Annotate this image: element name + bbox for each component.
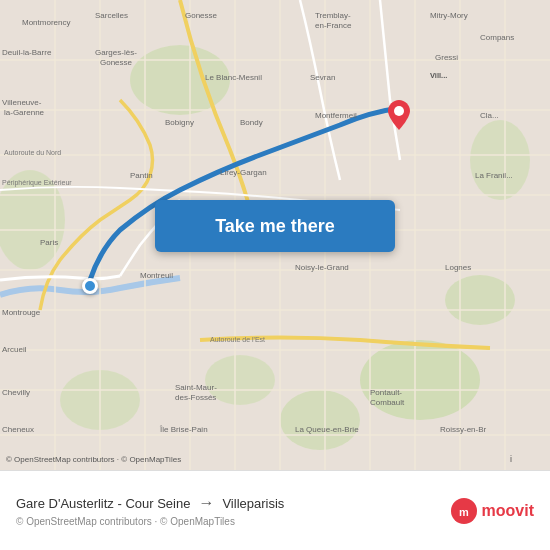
- svg-text:Montrouge: Montrouge: [2, 308, 41, 317]
- svg-text:Lognes: Lognes: [445, 263, 471, 272]
- svg-text:Cheneux: Cheneux: [2, 425, 34, 434]
- svg-text:Autoroute de l'Est: Autoroute de l'Est: [210, 336, 265, 343]
- svg-text:Villeneuve-: Villeneuve-: [2, 98, 42, 107]
- svg-text:Périphérique Extérieur: Périphérique Extérieur: [2, 179, 72, 187]
- svg-text:Montmorency: Montmorency: [22, 18, 70, 27]
- svg-text:Mitry-Mory: Mitry-Mory: [430, 11, 468, 20]
- svg-text:Pantin: Pantin: [130, 171, 153, 180]
- svg-text:des-Fossés: des-Fossés: [175, 393, 216, 402]
- svg-text:Noisy-le-Grand: Noisy-le-Grand: [295, 263, 349, 272]
- destination-marker: [388, 100, 410, 130]
- svg-text:Saint-Maur-: Saint-Maur-: [175, 383, 217, 392]
- svg-text:Sevran: Sevran: [310, 73, 335, 82]
- route-row: Gare D'Austerlitz - Cour Seine → Villepa…: [16, 494, 450, 512]
- svg-text:Montreuil: Montreuil: [140, 271, 173, 280]
- attribution-text: © OpenStreetMap contributors · © OpenMap…: [16, 516, 450, 527]
- footer: Gare D'Austerlitz - Cour Seine → Villepa…: [0, 470, 550, 550]
- svg-text:Bondy: Bondy: [240, 118, 263, 127]
- svg-text:Pontault-: Pontault-: [370, 388, 402, 397]
- route-info: Gare D'Austerlitz - Cour Seine → Villepa…: [16, 494, 450, 527]
- moovit-logo: m moovit: [450, 497, 534, 525]
- svg-text:Deuil-la-Barre: Deuil-la-Barre: [2, 48, 52, 57]
- svg-text:Gressi: Gressi: [435, 53, 458, 62]
- svg-text:Bobigny: Bobigny: [165, 118, 194, 127]
- svg-text:Chevilly: Chevilly: [2, 388, 30, 397]
- svg-text:Sarcelles: Sarcelles: [95, 11, 128, 20]
- svg-text:Cla...: Cla...: [480, 111, 499, 120]
- svg-text:Roissy-en-Br: Roissy-en-Br: [440, 425, 487, 434]
- svg-text:Gonesse: Gonesse: [100, 58, 133, 67]
- moovit-text: moovit: [482, 502, 534, 520]
- svg-text:Garges-lès-: Garges-lès-: [95, 48, 137, 57]
- svg-text:Autoroute du Nord: Autoroute du Nord: [4, 149, 61, 156]
- destination-label: Villeparisis: [222, 496, 284, 511]
- svg-text:La Queue-en-Brie: La Queue-en-Brie: [295, 425, 359, 434]
- moovit-icon: m: [450, 497, 478, 525]
- svg-text:© OpenStreetMap contributors ·: © OpenStreetMap contributors · © OpenMap…: [6, 455, 181, 464]
- svg-text:Paris: Paris: [40, 238, 58, 247]
- svg-text:Arcueil: Arcueil: [2, 345, 27, 354]
- svg-text:m: m: [459, 506, 469, 518]
- origin-label: Gare D'Austerlitz - Cour Seine: [16, 496, 190, 511]
- svg-point-6: [470, 120, 530, 200]
- svg-text:i: i: [510, 454, 512, 464]
- svg-text:Combault: Combault: [370, 398, 405, 407]
- svg-text:Le Blanc-Mesnil: Le Blanc-Mesnil: [205, 73, 262, 82]
- svg-text:Compans: Compans: [480, 33, 514, 42]
- svg-text:Montfermeil: Montfermeil: [315, 111, 357, 120]
- svg-text:Lirey-Gargan: Lirey-Gargan: [220, 168, 267, 177]
- svg-text:Gonesse: Gonesse: [185, 11, 218, 20]
- svg-text:en-France: en-France: [315, 21, 352, 30]
- svg-point-3: [280, 390, 360, 450]
- svg-point-1: [360, 340, 480, 420]
- origin-marker: [82, 278, 98, 294]
- take-me-there-button[interactable]: Take me there: [155, 200, 395, 252]
- svg-text:Vill...: Vill...: [430, 71, 447, 80]
- svg-text:Île Brise-Pain: Île Brise-Pain: [159, 425, 208, 434]
- svg-point-75: [394, 106, 404, 116]
- map-container: Montmorency Sarcelles Gonesse Tremblay- …: [0, 0, 550, 470]
- svg-text:Tremblay-: Tremblay-: [315, 11, 351, 20]
- svg-text:La Franil...: La Franil...: [475, 171, 513, 180]
- arrow-icon: →: [198, 494, 214, 512]
- svg-text:la-Garenne: la-Garenne: [4, 108, 45, 117]
